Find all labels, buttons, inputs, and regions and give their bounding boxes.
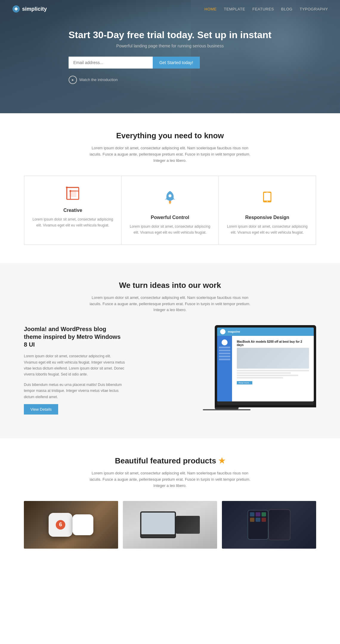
screen-logo [220, 329, 225, 334]
logo[interactable]: simplicity [12, 5, 47, 13]
svg-point-8 [69, 190, 71, 192]
ideas-description: Lorem ipsum dolor sit amet, consectetur … [86, 295, 254, 313]
laptop-base [217, 401, 314, 405]
screen-body: MacBook Air models $200 off at best buy … [217, 336, 314, 401]
device-logo: 6 [56, 520, 65, 530]
nav-links: HOME TEMPLATE FEATURES BLOG TYPOGRAPHY [205, 6, 328, 12]
crop-icon [64, 185, 81, 202]
nav-features[interactable]: FEATURES [252, 7, 274, 11]
navbar: simplicity HOME TEMPLATE FEATURES BLOG T… [0, 0, 340, 18]
laptop-mockup: magazine MacBook Air models $200 of [215, 325, 316, 407]
nav-typography[interactable]: TYPOGRAPHY [300, 7, 328, 11]
sidebar [217, 336, 232, 401]
products-title: Beautiful featured products ★ [24, 456, 316, 465]
products-section: Beautiful featured products ★ Lorem ipsu… [0, 438, 340, 566]
feature-card-responsive: Responsive Design Lorem ipsum dolor sit … [219, 176, 316, 244]
features-section: Everything you need to know Lorem ipsum … [0, 113, 340, 263]
nav-blog[interactable]: BLOG [281, 7, 293, 11]
screen-text-line [237, 370, 309, 371]
device-laptop [140, 511, 176, 538]
products-description: Lorem ipsum dolor sit amet, consectetur … [86, 470, 254, 489]
features-grid: Creative Lorem ipsum dolor sit amet, con… [24, 176, 316, 245]
feature-title-responsive: Responsive Design [226, 215, 308, 220]
svg-point-9 [169, 194, 171, 197]
screen-text-line [237, 377, 283, 378]
watch-intro[interactable]: Watch the introduction [69, 76, 271, 84]
features-title: Everything you need to know [24, 131, 316, 140]
svg-point-13 [267, 201, 268, 202]
screen-readmore[interactable]: Read more... [237, 381, 252, 384]
sidebar-link [219, 350, 230, 351]
star-icon: ★ [218, 456, 225, 465]
feature-title-control: Powerful Control [129, 215, 211, 220]
ideas-para2: Duis bibendum metus eu urna placerat mat… [24, 382, 125, 400]
ideas-left-heading: Joomla! and WordPress blog theme inspire… [24, 325, 125, 348]
svg-rect-14 [266, 192, 268, 193]
rocket-icon [158, 185, 182, 209]
ideas-title: We turn ideas into our work [24, 281, 316, 290]
email-input[interactable] [69, 57, 153, 69]
screen-article-image [237, 348, 309, 369]
feature-card-creative: Creative Lorem ipsum dolor sit amet, con… [24, 176, 121, 244]
screen-main: MacBook Air models $200 off at best buy … [232, 336, 314, 401]
svg-point-10 [169, 201, 171, 204]
feature-card-control: Powerful Control Lorem ipsum dolor sit a… [121, 176, 219, 244]
ideas-header: We turn ideas into our work Lorem ipsum … [24, 281, 316, 313]
svg-rect-12 [264, 193, 271, 201]
ideas-section: We turn ideas into our work Lorem ipsum … [0, 263, 340, 438]
screen-text-line [237, 372, 291, 374]
product-card-3[interactable] [222, 501, 316, 549]
feature-text-responsive: Lorem ipsum dolor sit amet, consectetur … [226, 224, 308, 235]
hero-form: Get Started today! [69, 57, 200, 69]
sidebar-link [219, 359, 230, 360]
feature-text-creative: Lorem ipsum dolor sit amet, consectetur … [32, 217, 114, 228]
feature-text-control: Lorem ipsum dolor sit amet, consectetur … [129, 224, 211, 235]
hero-content: Start 30-Day free trial today. Set up in… [69, 30, 271, 84]
screen-brand: magazine [228, 330, 240, 333]
watch-text: Watch the introduction [79, 77, 118, 82]
screen-article-title: MacBook Air models $200 off at best buy … [234, 338, 311, 347]
feature-title-creative: Creative [32, 208, 114, 213]
ideas-para1: Lorem ipsum dolor sit amet, consectetur … [24, 353, 125, 378]
product-image-3 [222, 501, 316, 549]
get-started-button[interactable]: Get Started today! [153, 57, 200, 69]
nav-template[interactable]: TEMPLATE [224, 7, 245, 11]
sidebar-item [222, 339, 228, 345]
device-tablet [248, 510, 268, 540]
product-image-1: 6 [24, 501, 118, 549]
laptop-foot [203, 409, 251, 410]
device-shape: 6 [49, 513, 72, 537]
nav-home[interactable]: HOME [205, 7, 217, 11]
view-details-button[interactable]: View Details [24, 404, 58, 415]
laptop-mockup-container: magazine MacBook Air models $200 of [137, 325, 316, 420]
product-card-2[interactable] [123, 501, 217, 549]
ideas-content: Joomla! and WordPress blog theme inspire… [24, 325, 316, 420]
phone-icon [255, 185, 279, 209]
sidebar-link [219, 356, 230, 357]
product-image-2 [123, 501, 217, 549]
ideas-text: Joomla! and WordPress blog theme inspire… [24, 325, 125, 415]
sidebar-link [219, 347, 230, 348]
features-description: Lorem ipsum dolor sit amet, consectetur … [86, 145, 254, 164]
product-card-1[interactable]: 6 [24, 501, 118, 549]
products-grid: 6 [24, 501, 316, 549]
laptop-screen: magazine MacBook Air models $200 of [217, 328, 314, 401]
svg-point-7 [66, 187, 68, 188]
play-icon[interactable] [69, 76, 77, 84]
sidebar-link [219, 353, 230, 354]
hero-subtext: Powerful landing page theme for running … [69, 44, 271, 48]
screen-text-line [237, 375, 298, 376]
screen-header: magazine [217, 328, 314, 336]
hero-headline: Start 30-Day free trial today. Set up in… [69, 30, 271, 41]
